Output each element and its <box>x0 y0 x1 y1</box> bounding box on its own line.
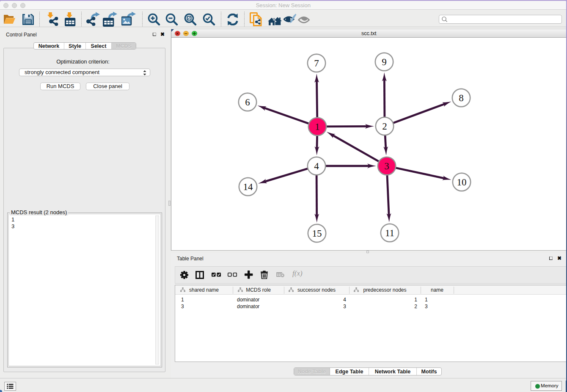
svg-text:11: 11 <box>385 228 394 238</box>
svg-text:4: 4 <box>314 161 319 171</box>
svg-text:9: 9 <box>382 57 387 67</box>
svg-text:14: 14 <box>243 182 253 192</box>
svg-text:7: 7 <box>314 58 319 69</box>
svg-text:8: 8 <box>459 93 464 103</box>
svg-text:6: 6 <box>245 97 250 108</box>
svg-text:1: 1 <box>315 121 320 132</box>
svg-text:10: 10 <box>457 177 467 188</box>
svg-text:2: 2 <box>382 121 387 132</box>
svg-text:3: 3 <box>384 161 389 171</box>
svg-text:15: 15 <box>312 228 322 239</box>
